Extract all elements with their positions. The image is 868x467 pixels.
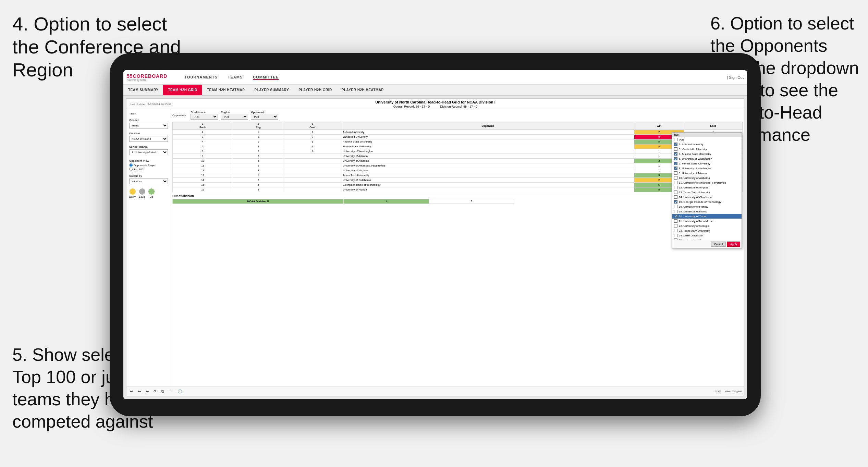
toolbar-more[interactable]: ⋯ bbox=[168, 389, 174, 394]
cell-rank: 6 bbox=[173, 144, 233, 149]
gender-select[interactable]: Men's bbox=[129, 123, 168, 128]
colour-label: Colour by bbox=[129, 174, 168, 177]
cell-reg: 1 bbox=[233, 130, 284, 135]
division-select[interactable]: NCAA Division I bbox=[129, 136, 168, 142]
cell-reg: 2 bbox=[233, 149, 284, 154]
dropdown-checkbox bbox=[674, 234, 677, 237]
dropdown-checkbox bbox=[674, 171, 677, 175]
dropdown-item-label: 2. Auburn University bbox=[679, 143, 704, 146]
dropdown-item[interactable]: 16. University of Florida bbox=[672, 204, 742, 209]
dropdown-item-label: 22. University of Georgia bbox=[679, 224, 709, 228]
dropdown-item[interactable]: 12. University of Virginia bbox=[672, 185, 742, 190]
toolbar-clock[interactable]: 🕐 bbox=[176, 389, 184, 394]
col-conf: #Conf bbox=[284, 122, 341, 130]
dropdown-item[interactable]: 23. Texas A&M University bbox=[672, 228, 742, 233]
dropdown-checkbox bbox=[674, 210, 677, 213]
cell-conf bbox=[284, 159, 341, 163]
dropdown-item[interactable]: 8. University of Washington bbox=[672, 166, 742, 171]
dropdown-item[interactable]: 4. Arizona State University bbox=[672, 151, 742, 156]
cell-rank: 15 bbox=[173, 183, 233, 187]
opponent-select[interactable]: (All) bbox=[251, 114, 278, 120]
dropdown-item[interactable]: 6. Florida State University bbox=[672, 161, 742, 166]
dropdown-item[interactable]: 10. University of Alabama bbox=[672, 175, 742, 180]
cell-reg: 2 bbox=[233, 187, 284, 192]
dropdown-checkbox bbox=[674, 143, 677, 146]
cell-reg: 5 bbox=[233, 159, 284, 163]
nav-team-h2h-heatmap[interactable]: TEAM H2H HEATMAP bbox=[202, 85, 250, 95]
nav-player-h2h-grid[interactable]: PLAYER H2H GRID bbox=[294, 85, 337, 95]
cell-reg: 2 bbox=[233, 178, 284, 183]
nav-team-h2h-grid[interactable]: TEAM H2H GRID bbox=[163, 85, 202, 95]
toolbar-redo[interactable]: ↪ bbox=[136, 389, 142, 394]
nav-teams[interactable]: TEAMS bbox=[228, 75, 243, 80]
dropdown-apply-btn[interactable]: Apply bbox=[727, 242, 740, 247]
table-row: 9 3 University of Arizona 1 0 bbox=[173, 154, 743, 159]
grid-area: Opponents: Conference (All) Region bbox=[171, 109, 744, 386]
dropdown-item[interactable]: 14. University of Oklahoma bbox=[672, 195, 742, 199]
nav-player-summary[interactable]: PLAYER SUMMARY bbox=[249, 85, 294, 95]
dropdown-item[interactable]: 24. Duke University bbox=[672, 233, 742, 238]
conference-select[interactable]: (All) bbox=[191, 114, 218, 120]
dropdown-item-label: 8. University of Washington bbox=[679, 167, 712, 170]
colour-select[interactable]: Win/loss bbox=[129, 179, 168, 184]
nav-tournaments[interactable]: TOURNAMENTS bbox=[184, 75, 217, 80]
dropdown-item[interactable]: 22. University of Georgia bbox=[672, 223, 742, 228]
sign-out[interactable]: | Sign Out bbox=[727, 75, 744, 79]
radio-top100[interactable]: Top 100 bbox=[129, 168, 168, 171]
region-select[interactable]: (All) bbox=[221, 114, 248, 120]
team-label: Team bbox=[129, 112, 168, 115]
school-select[interactable]: 1. University of Nort... bbox=[129, 149, 168, 155]
opponent-view-radio-group: Opponents Played Top 100 bbox=[129, 163, 168, 171]
logo-text: 5COREBOARD bbox=[130, 73, 168, 79]
radio-opponents-played[interactable]: Opponents Played bbox=[129, 163, 168, 167]
dropdown-item-label: 14. University of Oklahoma bbox=[679, 196, 712, 199]
dropdown-item[interactable]: 21. University of New Mexico bbox=[672, 219, 742, 223]
nav-committee[interactable]: COMMITTEE bbox=[253, 75, 279, 80]
toolbar-copy[interactable]: ⧉ bbox=[160, 389, 166, 394]
dropdown-item[interactable]: (All) bbox=[672, 137, 742, 142]
dropdown-item[interactable]: 18. University of Illinois bbox=[672, 209, 742, 214]
nav-team-summary[interactable]: TEAM SUMMARY bbox=[123, 85, 163, 95]
dropdown-item-label: 21. University of New Mexico bbox=[679, 220, 714, 223]
dropdown-item[interactable]: 15. Georgia Institute of Technology bbox=[672, 199, 742, 204]
col-win: Win bbox=[634, 122, 684, 130]
cell-conf bbox=[284, 178, 341, 183]
cell-conf: 2 bbox=[284, 144, 341, 149]
dropdown-checkbox bbox=[674, 224, 677, 228]
table-row: 4 1 1 Arizona State University 5 1 bbox=[173, 139, 743, 144]
dropdown-item[interactable]: 3. Vanderbilt University bbox=[672, 147, 742, 151]
dropdown-item-label: 20. University of Texas bbox=[679, 215, 706, 218]
dropdown-checkbox bbox=[674, 147, 677, 151]
nav-player-h2h-heatmap[interactable]: PLAYER H2H HEATMAP bbox=[337, 85, 389, 95]
toolbar-back[interactable]: ⬅ bbox=[144, 389, 150, 394]
dropdown-item-label: 16. University of Florida bbox=[679, 205, 708, 208]
table-row: 6 2 2 Florida State University 4 2 bbox=[173, 144, 743, 149]
dropdown-item[interactable]: 5. University of Washington bbox=[672, 156, 742, 161]
color-legend: Down Level Up bbox=[129, 188, 168, 198]
dropdown-item[interactable]: 20. University of Texas bbox=[672, 214, 742, 219]
dropdown-item[interactable]: 11. University of Arkansas, Fayetteville bbox=[672, 180, 742, 185]
dropdown-checkbox bbox=[674, 167, 677, 170]
toolbar-refresh[interactable]: ⟳ bbox=[152, 389, 158, 394]
opponent-filter: Opponent (All) bbox=[251, 111, 278, 120]
dropdown-item[interactable]: 2. Auburn University bbox=[672, 142, 742, 147]
table-row: 13 1 Texas Tech University 3 0 bbox=[173, 173, 743, 178]
dropdown-item-label: 13. Texas Tech University bbox=[679, 191, 710, 194]
view-original-label: View: Original bbox=[725, 390, 742, 393]
dropdown-item[interactable]: 13. Texas Tech University bbox=[672, 190, 742, 195]
toolbar-undo[interactable]: ↩ bbox=[129, 389, 134, 394]
dropdown-cancel-btn[interactable]: Cancel bbox=[711, 242, 726, 247]
cell-reg: 3 bbox=[233, 154, 284, 159]
report-title: University of North Carolina Head-to-Hea… bbox=[375, 100, 495, 104]
cell-rank: 16 bbox=[173, 187, 233, 192]
table-row: 3 2 2 Vanderbilt University 0 4 bbox=[173, 135, 743, 139]
cell-reg: 4 bbox=[233, 183, 284, 187]
dropdown-checkbox bbox=[674, 181, 677, 184]
opponent-dropdown[interactable]: (All) (All)2. Auburn University3. Vander… bbox=[672, 132, 742, 248]
cell-opponent: Texas Tech University bbox=[341, 173, 634, 178]
division2-table: NCAA Division II 1 0 bbox=[172, 199, 514, 204]
dropdown-item[interactable]: 9. University of Arizona bbox=[672, 171, 742, 175]
cell-reg: 3 bbox=[233, 168, 284, 173]
opponents-label: Opponents: bbox=[172, 114, 186, 117]
cell-opponent: University of Alabama bbox=[341, 159, 634, 163]
